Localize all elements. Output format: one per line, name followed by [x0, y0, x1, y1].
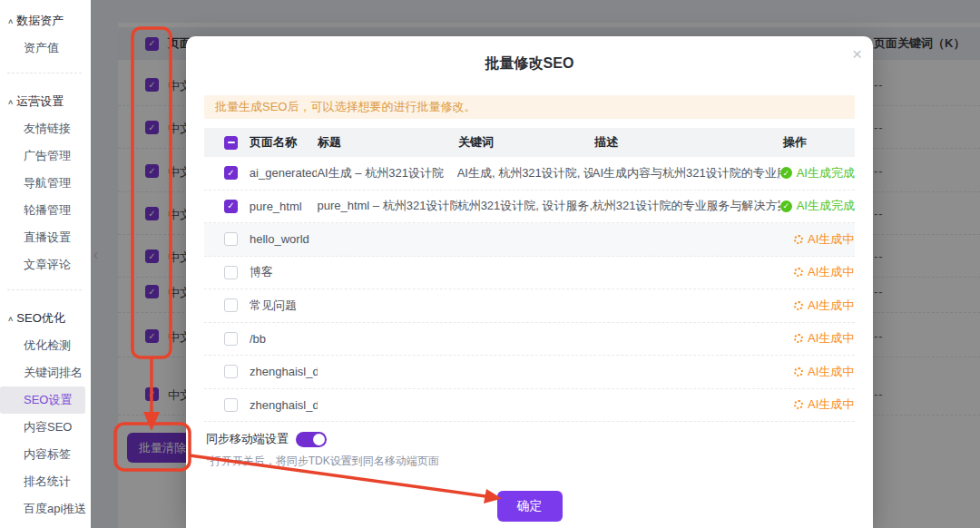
- sync-mobile-setting: 同步移动端设置: [206, 431, 873, 447]
- loading-icon: [794, 268, 803, 277]
- seo-table-row: 常见问题 AI生成中: [204, 289, 855, 323]
- seo-table-row: hello_world AI生成中: [204, 223, 855, 257]
- row-checkbox[interactable]: [224, 365, 238, 378]
- sidebar-item[interactable]: 关键词排名: [0, 359, 91, 386]
- loading-icon: [794, 400, 803, 409]
- sidebar-item[interactable]: 百度api推送: [0, 495, 91, 523]
- modal-title: 批量修改SEO: [186, 54, 873, 73]
- caret-up-icon: ∧: [7, 17, 14, 25]
- cell-status: AI生成完成: [780, 165, 855, 181]
- sidebar-item[interactable]: 优化检测: [0, 332, 91, 359]
- seo-table-row: 博客 AI生成中: [204, 257, 855, 290]
- sidebar-group-header[interactable]: ∧ 运营设置: [0, 88, 91, 115]
- cell-keywords: AI生成, 杭州321设计院, 设计服务: [457, 165, 593, 181]
- row-checkbox[interactable]: [224, 398, 238, 412]
- cell-page-name: 常见问题: [250, 298, 318, 314]
- cell-page-name: zhenghaisl_de: [250, 365, 318, 378]
- success-icon: [780, 200, 792, 212]
- cell-status: AI生成中: [783, 396, 855, 413]
- row-checkbox[interactable]: [224, 266, 238, 279]
- cell-status: AI生成中: [783, 231, 855, 248]
- cell-status: AI生成中: [783, 264, 855, 280]
- sidebar: ∧ 数据资产 资产值 ∧ 运营设置 友情链接 广告管理 导航管理 轮播管理 直播…: [0, 0, 91, 528]
- sidebar-item[interactable]: 内容SEO: [0, 414, 91, 441]
- caret-up-icon: ∧: [7, 315, 14, 323]
- seo-table-row: pure_html pure_html – 杭州321设计院 杭州321设计院,…: [204, 191, 855, 224]
- modal-footer: 确定: [186, 491, 873, 522]
- sidebar-item[interactable]: 文章评论: [0, 251, 91, 279]
- sidebar-item[interactable]: 内容标签: [0, 441, 91, 468]
- seo-table-header: 页面名称 标题 关键词 描述 操作: [204, 128, 855, 157]
- cell-status: AI生成中: [783, 364, 855, 380]
- cell-status: AI生成中: [783, 330, 855, 347]
- sidebar-group-header[interactable]: ∧ 数据资产: [0, 7, 91, 34]
- close-icon[interactable]: ×: [852, 45, 862, 63]
- seo-table-row: /bb AI生成中: [204, 323, 855, 357]
- cell-status: AI生成中: [783, 298, 855, 314]
- row-checkbox[interactable]: [224, 332, 238, 346]
- seo-table: 页面名称 标题 关键词 描述 操作 ai_generated AI生成 – 杭州…: [204, 128, 855, 422]
- cell-page-name: 博客: [250, 264, 318, 280]
- cell-page-name: pure_html: [250, 200, 318, 213]
- sidebar-item[interactable]: 排名统计: [0, 468, 91, 495]
- row-checkbox[interactable]: [224, 166, 238, 180]
- caret-up-icon: ∧: [7, 98, 14, 106]
- sidebar-item[interactable]: 直播设置: [0, 224, 91, 251]
- row-checkbox[interactable]: [224, 232, 238, 246]
- sidebar-item[interactable]: 资产值: [0, 34, 91, 62]
- sidebar-divider: [7, 73, 82, 73]
- column-header-title: 标题: [318, 134, 458, 151]
- cell-page-name: /bb: [250, 332, 318, 346]
- cell-title: AI生成 – 杭州321设计院: [317, 165, 456, 181]
- cell-keywords: 杭州321设计院, 设计服务, 解决方案: [457, 198, 593, 214]
- loading-icon: [794, 367, 803, 376]
- cell-desc: 杭州321设计院的专业服务与解决方案。: [593, 198, 780, 214]
- notice-banner: 批量生成SEO后，可以选择想要的进行批量修改。: [204, 95, 855, 119]
- sidebar-item[interactable]: 广告管理: [0, 142, 91, 170]
- sidebar-item[interactable]: 友情链接: [0, 115, 91, 142]
- sidebar-nav: ∧ 数据资产 资产值 ∧ 运营设置 友情链接 广告管理 导航管理 轮播管理 直播…: [0, 7, 91, 523]
- cell-page-name: hello_world: [250, 232, 318, 246]
- row-checkbox[interactable]: [224, 200, 238, 213]
- sidebar-item[interactable]: 轮播管理: [0, 197, 91, 224]
- cell-page-name: ai_generated: [250, 166, 318, 180]
- sidebar-item[interactable]: SEO设置: [0, 386, 85, 414]
- column-header-name: 页面名称: [250, 134, 318, 151]
- cell-desc: AI生成内容与杭州321设计院的专业服务结合: [593, 165, 780, 181]
- sync-mobile-note: *打开开关后，将同步TDK设置到同名移动端页面: [206, 454, 873, 469]
- sync-mobile-toggle[interactable]: [296, 432, 327, 447]
- row-checkbox[interactable]: [224, 298, 238, 312]
- loading-icon: [794, 235, 803, 244]
- column-header-desc: 描述: [594, 134, 783, 151]
- sync-mobile-label: 同步移动端设置: [206, 431, 289, 447]
- batch-edit-seo-modal: × 批量修改SEO 批量生成SEO后，可以选择想要的进行批量修改。 页面名称 标…: [186, 36, 873, 528]
- column-header-keywords: 关键词: [458, 134, 594, 151]
- sidebar-group-header[interactable]: ∧ SEO优化: [0, 305, 91, 332]
- confirm-button[interactable]: 确定: [497, 491, 563, 522]
- seo-table-row: zhenghaisl_de AI生成中: [204, 356, 855, 389]
- cell-page-name: zhenghaisl_de: [250, 398, 318, 412]
- app-root: ∧ 数据资产 资产值 ∧ 运营设置 友情链接 广告管理 导航管理 轮播管理 直播…: [0, 0, 980, 528]
- seo-table-row: zhenghaisl_de AI生成中: [204, 389, 855, 423]
- success-icon: [780, 167, 792, 179]
- sidebar-divider: [7, 289, 82, 290]
- loading-icon: [794, 301, 803, 310]
- select-all-checkbox[interactable]: [224, 136, 238, 150]
- seo-table-row: ai_generated AI生成 – 杭州321设计院 AI生成, 杭州321…: [204, 157, 855, 191]
- loading-icon: [794, 334, 803, 343]
- sidebar-item[interactable]: 导航管理: [0, 170, 91, 197]
- cell-status: AI生成完成: [780, 198, 855, 214]
- column-header-actions: 操作: [783, 134, 855, 151]
- cell-title: pure_html – 杭州321设计院: [317, 198, 456, 214]
